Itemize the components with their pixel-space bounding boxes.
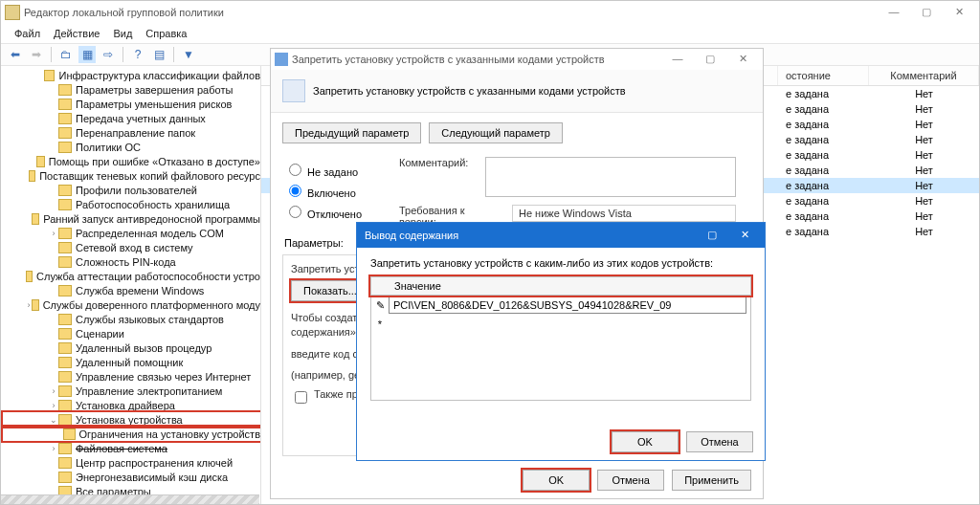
tree-node[interactable]: Сценарии bbox=[3, 326, 260, 340]
forward-icon[interactable]: ➡ bbox=[28, 46, 45, 63]
content-cancel-button[interactable]: Отмена bbox=[686, 431, 753, 452]
col-value[interactable]: Значение bbox=[389, 277, 447, 295]
close-button[interactable]: ✕ bbox=[943, 2, 975, 23]
grid-body: ✎ * bbox=[370, 296, 751, 401]
policy-max-button[interactable]: ▢ bbox=[694, 49, 726, 70]
minimize-button[interactable]: — bbox=[878, 2, 910, 23]
tree-node[interactable]: Служба аттестации работоспособности устр… bbox=[3, 269, 260, 283]
tree-node[interactable]: Политики ОС bbox=[3, 140, 260, 154]
tree-node[interactable]: Управление связью через Интернет bbox=[3, 369, 260, 384]
content-ok-button[interactable]: OK bbox=[612, 431, 679, 452]
tree-node[interactable]: Параметры завершения работы bbox=[3, 82, 260, 97]
filter-icon[interactable]: ▼ bbox=[180, 46, 197, 63]
nav-tree[interactable]: Инфраструктура классификации файловПарам… bbox=[1, 66, 261, 504]
tree-node[interactable]: ›Файловая система bbox=[3, 441, 260, 455]
col-comment[interactable]: Комментарий bbox=[869, 66, 979, 85]
tree-node[interactable]: Сетевой вход в систему bbox=[3, 240, 260, 254]
policy-close-button[interactable]: ✕ bbox=[726, 49, 759, 70]
policy-icon bbox=[282, 79, 305, 102]
col-state[interactable]: остояние bbox=[778, 66, 869, 85]
back-icon[interactable]: ⬅ bbox=[7, 46, 24, 63]
tree-node[interactable]: ›Установка драйвера bbox=[3, 398, 260, 412]
menu-action[interactable]: Действие bbox=[48, 26, 105, 41]
policy-heading: Запретить установку устройств с указанны… bbox=[313, 85, 626, 97]
folder-icon[interactable]: 🗀 bbox=[57, 46, 75, 63]
tree-node[interactable]: Службы языковых стандартов bbox=[3, 312, 260, 326]
edit-icon: ✎ bbox=[371, 299, 389, 312]
policy-title: Запретить установку устройств с указанны… bbox=[288, 54, 661, 65]
content-title: Вывод содержания bbox=[361, 230, 696, 241]
list-icon[interactable]: ▦ bbox=[78, 46, 96, 63]
tree-node[interactable]: Профили пользователей bbox=[3, 183, 260, 197]
policy-footer: OK Отмена Применить bbox=[271, 462, 763, 498]
menu-help[interactable]: Справка bbox=[140, 26, 192, 41]
comment-textarea[interactable] bbox=[485, 157, 736, 197]
main-title: Редактор локальной групповой политики bbox=[20, 7, 878, 18]
tree-node[interactable]: Инфраструктура классификации файлов bbox=[3, 68, 260, 82]
radio-none[interactable]: Не задано bbox=[284, 161, 372, 178]
tree-node[interactable]: Работоспособность хранилища bbox=[3, 197, 260, 211]
tree-node[interactable]: Удаленный помощник bbox=[3, 355, 260, 369]
tree-node[interactable]: Ранний запуск антивредоносной программы bbox=[3, 211, 260, 226]
device-id-input[interactable] bbox=[389, 296, 746, 314]
tree-node[interactable]: Служба времени Windows bbox=[3, 283, 260, 297]
policy-titlebar: Запретить установку устройств с указанны… bbox=[271, 49, 763, 70]
properties-icon[interactable]: ▤ bbox=[150, 46, 167, 63]
tree-node[interactable]: ›Управление электропитанием bbox=[3, 384, 260, 398]
next-setting-button[interactable]: Следующий параметр bbox=[429, 122, 563, 143]
tree-node[interactable]: ›Распределенная модель COM bbox=[3, 226, 260, 240]
content-close-button[interactable]: ✕ bbox=[728, 225, 761, 246]
radio-disabled[interactable]: Отключено bbox=[284, 203, 372, 220]
content-titlebar[interactable]: Вывод содержания ▢ ✕ bbox=[357, 223, 765, 248]
app-icon bbox=[5, 5, 20, 20]
tree-node[interactable]: Удаленный вызов процедур bbox=[3, 340, 260, 355]
radio-enabled[interactable]: Включено bbox=[284, 182, 372, 199]
prev-setting-button[interactable]: Предыдущий параметр bbox=[282, 122, 421, 143]
comment-label: Комментарий: bbox=[399, 157, 478, 168]
scrollbar-bottom[interactable] bbox=[1, 494, 259, 504]
tree-node[interactable]: ⌄Установка устройства bbox=[3, 412, 260, 427]
grid-row[interactable]: * bbox=[371, 315, 750, 334]
tree-node[interactable]: Ограничения на установку устройств bbox=[3, 427, 260, 441]
tree-node[interactable]: Перенаправление папок bbox=[3, 125, 260, 140]
content-restore-button[interactable]: ▢ bbox=[696, 225, 728, 246]
state-radios: Не задано Включено Отключено bbox=[271, 153, 386, 231]
tree-node[interactable]: Энергонезависимый кэш диска bbox=[3, 470, 260, 484]
tree-node[interactable]: ›Службы доверенного платформенного моду bbox=[3, 297, 260, 312]
tree-node[interactable]: Сложность PIN-кода bbox=[3, 254, 260, 269]
content-dialog: Вывод содержания ▢ ✕ Запретить установку… bbox=[356, 222, 766, 461]
requirements-value: Не ниже Windows Vista bbox=[512, 205, 736, 222]
menu-view[interactable]: Вид bbox=[107, 26, 138, 41]
policy-cancel-button[interactable]: Отмена bbox=[597, 470, 664, 491]
shield-icon bbox=[275, 53, 288, 66]
policy-ok-button[interactable]: OK bbox=[523, 470, 590, 491]
grid-header: Значение bbox=[370, 276, 751, 296]
export-icon[interactable]: ⇨ bbox=[100, 46, 117, 63]
tree-node[interactable]: Поставщик теневых копий файлового ресурс bbox=[3, 168, 260, 183]
help-icon[interactable]: ? bbox=[129, 46, 146, 63]
content-label: Запретить установку устройств с каким-ли… bbox=[370, 257, 751, 269]
new-row-icon: * bbox=[371, 318, 389, 330]
policy-apply-button[interactable]: Применить bbox=[672, 470, 751, 491]
tree-node[interactable]: Помощь при ошибке «Отказано в доступе» bbox=[3, 154, 260, 168]
main-titlebar: Редактор локальной групповой политики — … bbox=[1, 1, 979, 24]
grid-row[interactable]: ✎ bbox=[371, 296, 750, 315]
tree-node[interactable]: Передача учетных данных bbox=[3, 111, 260, 125]
policy-min-button[interactable]: — bbox=[661, 49, 694, 70]
menu-file[interactable]: Файл bbox=[9, 26, 46, 41]
policy-header: Запретить установку устройств с указанны… bbox=[271, 70, 763, 113]
maximize-button[interactable]: ▢ bbox=[910, 2, 943, 23]
tree-node[interactable]: Центр распространения ключей bbox=[3, 455, 260, 470]
tree-node[interactable]: Параметры уменьшения рисков bbox=[3, 97, 260, 111]
menubar: Файл Действие Вид Справка bbox=[1, 24, 979, 43]
